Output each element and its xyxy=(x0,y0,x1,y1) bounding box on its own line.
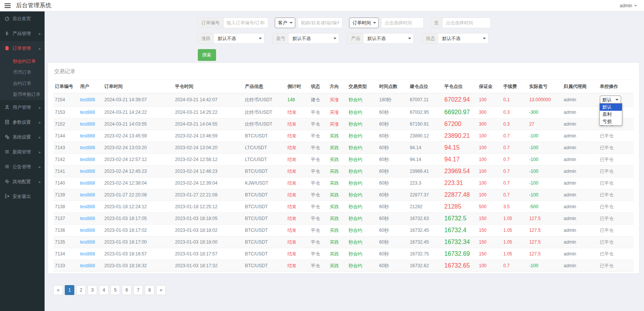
user-link[interactable]: test888 xyxy=(78,236,103,248)
page-button-5[interactable]: 5 xyxy=(111,285,120,295)
hamburger-menu-icon[interactable] xyxy=(5,3,11,8)
page-button-7[interactable]: 7 xyxy=(133,285,143,295)
dropdown-option[interactable]: 亏损 xyxy=(600,118,622,125)
product-name: BTC/USDT xyxy=(244,166,286,177)
page-button-3[interactable]: 3 xyxy=(88,285,97,295)
open-time: 2023-02-24 12:38:04 xyxy=(103,177,173,189)
search-button[interactable]: 搜索 xyxy=(198,49,216,61)
column-header: 交易类型 xyxy=(347,80,378,93)
page-button-1[interactable]: 1 xyxy=(65,285,74,295)
trade-records-table: 订单编号用户订单时间平仓时间产品信息倒计时状态方向交易类型时间点数建仓点位平仓点… xyxy=(53,80,634,272)
sidebar-item-1[interactable]: B产品管理▸ xyxy=(0,26,45,41)
page-prev-button[interactable]: « xyxy=(53,285,63,295)
user-link[interactable]: test888 xyxy=(78,225,103,236)
action-cell: 已平仓 xyxy=(598,225,634,236)
page-button-2[interactable]: 2 xyxy=(76,285,86,295)
order-id: 7152 xyxy=(53,118,78,130)
dropdown-option[interactable]: 盈利 xyxy=(600,111,622,118)
user-link[interactable]: test888 xyxy=(78,201,103,213)
user-link[interactable]: test888 xyxy=(78,260,103,272)
customer-type-select[interactable]: 客户 xyxy=(275,18,295,28)
user-link[interactable]: test888 xyxy=(78,154,103,166)
status: 平仓 xyxy=(309,154,328,166)
user-link[interactable]: test888 xyxy=(78,177,103,189)
customer-filter: 客户 xyxy=(275,18,343,28)
margin: 100 xyxy=(477,177,502,189)
agent: admin xyxy=(562,93,598,107)
table-row: 7139test8882023-01-27 22:20:082023-01-27… xyxy=(53,189,634,201)
order-id: 7144 xyxy=(53,130,78,142)
order-no-input[interactable] xyxy=(223,18,268,28)
column-header: 建仓点位 xyxy=(408,80,443,93)
time-type-select[interactable]: 订单时间 xyxy=(349,18,379,28)
user-link[interactable]: test888 xyxy=(78,213,103,225)
profit: -100 xyxy=(528,130,562,142)
sidebar-item-9[interactable]: 安全退出 xyxy=(0,189,45,204)
user-menu[interactable]: admin xyxy=(620,3,637,8)
status: 平仓 xyxy=(309,166,328,177)
page-button-8[interactable]: 8 xyxy=(145,285,154,295)
user-link[interactable]: test888 xyxy=(78,93,103,107)
updown-select[interactable]: 默认不选 xyxy=(214,33,264,44)
close-price: 67200 xyxy=(443,118,477,130)
product-filter: 产品 默认不选 xyxy=(347,33,416,44)
page-button-4[interactable]: 4 xyxy=(99,285,109,295)
user-link[interactable]: test888 xyxy=(78,248,103,260)
dropdown-option[interactable]: 默认 xyxy=(600,104,622,111)
sidebar-item-8[interactable]: 其他配置▸ xyxy=(0,174,45,189)
user-link[interactable]: test888 xyxy=(78,118,103,130)
countdown: 结束 xyxy=(286,260,309,272)
margin: 300 xyxy=(477,107,502,118)
closed-status-label: 已平仓 xyxy=(600,157,614,162)
action-cell: 已平仓 xyxy=(598,130,634,142)
margin: 150 xyxy=(477,236,502,248)
open-time: 2024-03-21 14:39:07 xyxy=(103,93,173,107)
agent: admin xyxy=(562,201,598,213)
customer-input[interactable] xyxy=(298,18,343,28)
column-header: 用户 xyxy=(78,80,103,93)
product-name: BTC/USDT xyxy=(244,130,286,142)
sidebar-item-0[interactable]: 后台首页 xyxy=(0,11,45,26)
table-row: 7133test8882023-01-03 18:16:322023-01-03… xyxy=(53,260,634,272)
sidebar-subitem-0[interactable]: 秒合约订单 xyxy=(0,56,45,67)
direction: 买跌 xyxy=(328,248,347,260)
page-button-6[interactable]: 6 xyxy=(122,285,131,295)
user-link[interactable]: test888 xyxy=(78,142,103,154)
order-control-dropdown: 默认盈利亏损 xyxy=(599,103,622,126)
to-label: 至 xyxy=(430,18,442,28)
sidebar-item-6[interactable]: 新闻管理▸ xyxy=(0,145,45,159)
user-link[interactable]: test888 xyxy=(78,107,103,118)
product-select[interactable]: 默认不选 xyxy=(364,33,414,44)
time-from-input[interactable] xyxy=(381,18,424,28)
sidebar-subitem-2[interactable]: 合约订单 xyxy=(0,78,45,89)
order-id: 7133 xyxy=(53,260,78,272)
order-control-select[interactable]: 默认 xyxy=(600,96,621,104)
status-select[interactable]: 默认不选 xyxy=(438,33,489,44)
closed-status-label: 已平仓 xyxy=(600,204,614,209)
duration: 60秒 xyxy=(378,166,408,177)
column-header: 归属代理商 xyxy=(562,80,598,93)
sidebar-item-3[interactable]: 用户管理▸ xyxy=(0,100,45,115)
user-link[interactable]: test888 xyxy=(78,166,103,177)
page-next-button[interactable]: » xyxy=(156,285,166,295)
duration: 60秒 xyxy=(378,142,408,154)
sidebar-item-4[interactable]: 参数设置▸ xyxy=(0,115,45,130)
sidebar-item-5[interactable]: 系统设置▸ xyxy=(0,130,45,145)
fee: 0.1 xyxy=(502,93,528,107)
trade-type: 秒合约 xyxy=(347,166,378,177)
duration: 60秒 xyxy=(378,189,408,201)
product-name: LTC/USDT xyxy=(244,142,286,154)
fee: 0.3 xyxy=(502,118,528,130)
direction: 买跌 xyxy=(328,201,347,213)
sidebar-item-7[interactable]: 公告管理▸ xyxy=(0,159,45,174)
user-link[interactable]: test888 xyxy=(78,189,103,201)
profit-select[interactable]: 默认不选 xyxy=(289,33,339,44)
sidebar-subitem-1[interactable]: 币币订单 xyxy=(0,67,45,78)
sidebar-item-2[interactable]: 订单管理▸ xyxy=(0,41,45,56)
order-no-filter: 订单编号 xyxy=(198,18,268,28)
user-link[interactable]: test888 xyxy=(78,130,103,142)
sidebar-subitem-3[interactable]: 新币申购订单 xyxy=(0,89,45,100)
time-to-input[interactable] xyxy=(442,18,491,28)
fee: 3.5 xyxy=(502,201,528,213)
action-cell: 已平仓 xyxy=(598,260,634,272)
